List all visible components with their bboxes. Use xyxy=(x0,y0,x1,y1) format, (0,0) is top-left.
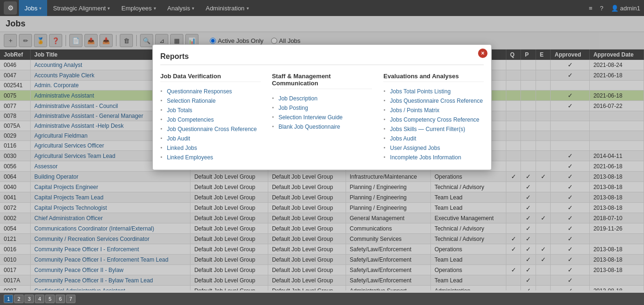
modal-report-item[interactable]: Jobs Total Points Listing xyxy=(383,87,484,96)
modal-section-staff-management-communication: Staff & Management CommunicationJob Desc… xyxy=(272,73,372,162)
page-btn-1[interactable]: 1 xyxy=(4,295,13,303)
modal-report-item[interactable]: Job Questionnaire Cross Reference xyxy=(160,124,261,134)
modal-report-item[interactable]: Jobs Skills — Current Filter(s) xyxy=(383,124,484,134)
modal-report-item[interactable]: User Assigned Jobs xyxy=(383,143,484,153)
nav-item-administration[interactable]: Administration ▾ xyxy=(200,0,254,16)
menu-icon[interactable]: ≡ xyxy=(589,5,593,12)
nav-item-jobs[interactable]: Jobs ▾ xyxy=(19,0,47,16)
modal-report-item[interactable]: Job Description xyxy=(272,94,372,103)
page-btn-4[interactable]: 4 xyxy=(35,295,44,303)
page-btn-5[interactable]: 5 xyxy=(45,295,55,303)
page-btn-3[interactable]: 3 xyxy=(25,295,34,303)
app-logo: ⚙ xyxy=(4,1,17,15)
page-btn-2[interactable]: 2 xyxy=(14,295,24,303)
modal-report-item[interactable]: Jobs Competency Cross Reference xyxy=(383,115,484,124)
help-icon[interactable]: ? xyxy=(600,5,603,12)
modal-report-item[interactable]: Blank Job Questionnaire xyxy=(272,122,372,132)
chevron-down-icon: ▾ xyxy=(154,6,156,11)
modal-section-job-data-verification: Job Data VerificationQuestionnaire Respo… xyxy=(160,73,261,162)
nav-item-analysis[interactable]: Analysis ▾ xyxy=(162,0,200,16)
page-btn-7[interactable]: 7 xyxy=(66,295,75,303)
modal-section-evaluations-and-analyses: Evaluations and AnalysesJobs Total Point… xyxy=(383,73,484,162)
modal-report-item[interactable]: Questionnaire Responses xyxy=(160,87,261,96)
chevron-down-icon: ▾ xyxy=(39,6,41,11)
top-nav: ⚙ Jobs ▾ Strategic Alignment ▾ Employees… xyxy=(0,0,644,16)
modal-report-item[interactable]: Job Posting xyxy=(272,103,372,113)
modal-report-item[interactable]: Jobs / Points Matrix xyxy=(383,106,484,115)
modal-section-title: Evaluations and Analyses xyxy=(383,73,484,82)
modal-section-title: Staff & Management Communication xyxy=(272,73,372,89)
user-account[interactable]: 👤 admin1 xyxy=(611,5,640,12)
modal-report-item[interactable]: Incomplete Jobs Information xyxy=(383,153,484,162)
nav-item-employees[interactable]: Employees ▾ xyxy=(116,0,161,16)
modal-report-item[interactable]: Job Audit xyxy=(160,134,261,143)
reports-modal: × Reports Job Data VerificationQuestionn… xyxy=(152,44,492,170)
modal-close-button[interactable]: × xyxy=(478,49,487,58)
modal-report-item[interactable]: Selection Interview Guide xyxy=(272,113,372,122)
modal-report-item[interactable]: Jobs Audit xyxy=(383,134,484,143)
chevron-down-icon: ▾ xyxy=(192,6,194,11)
modal-section-title: Job Data Verification xyxy=(160,73,261,82)
modal-report-item[interactable]: Selection Rationale xyxy=(160,96,261,106)
nav-right: ≡ ? 👤 admin1 xyxy=(589,5,640,12)
chevron-down-icon: ▾ xyxy=(247,6,249,11)
reports-modal-overlay: × Reports Job Data VerificationQuestionn… xyxy=(0,16,644,293)
modal-report-item[interactable]: Linked Jobs xyxy=(160,143,261,153)
nav-item-strategic-alignment[interactable]: Strategic Alignment ▾ xyxy=(47,0,116,16)
modal-title: Reports xyxy=(160,52,484,65)
modal-report-item[interactable]: Job Totals xyxy=(160,106,261,115)
modal-report-item[interactable]: Linked Employees xyxy=(160,153,261,162)
modal-columns: Job Data VerificationQuestionnaire Respo… xyxy=(160,73,484,162)
pagination: 1234567 xyxy=(0,293,644,305)
page-btn-6[interactable]: 6 xyxy=(56,295,65,303)
chevron-down-icon: ▾ xyxy=(107,6,110,11)
modal-report-item[interactable]: Jobs Questionnaire Cross Reference xyxy=(383,96,484,106)
modal-report-item[interactable]: Job Competencies xyxy=(160,115,261,124)
nav-items: Jobs ▾ Strategic Alignment ▾ Employees ▾… xyxy=(19,0,255,16)
